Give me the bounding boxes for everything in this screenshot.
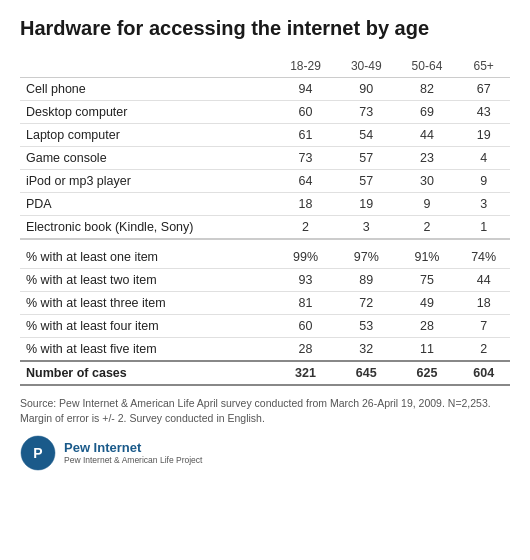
cell-value: 30: [397, 170, 458, 193]
cell-value: 72: [336, 292, 397, 315]
cell-value: 7: [457, 315, 510, 338]
cell-value: 3: [336, 216, 397, 240]
col-header-3049: 30-49: [336, 55, 397, 78]
row-label: Laptop computer: [20, 124, 275, 147]
col-header-label: [20, 55, 275, 78]
source-text: Source: Pew Internet & American Life Apr…: [20, 396, 510, 425]
table-row: Electronic book (Kindle, Sony)2321: [20, 216, 510, 240]
cell-value: 43: [457, 101, 510, 124]
cell-value: 2: [275, 216, 336, 240]
pew-logo-icon: P: [20, 435, 56, 471]
row-label: Game console: [20, 147, 275, 170]
cell-value: 89: [336, 269, 397, 292]
cell-value: 9: [457, 170, 510, 193]
table-row: Game console7357234: [20, 147, 510, 170]
row-label: iPod or mp3 player: [20, 170, 275, 193]
cell-value: 90: [336, 78, 397, 101]
table-row: PDA181993: [20, 193, 510, 216]
cell-value: 49: [397, 292, 458, 315]
row-label: % with at least one item: [20, 239, 275, 269]
cell-value: 61: [275, 124, 336, 147]
cell-value: 604: [457, 361, 510, 385]
cell-value: 53: [336, 315, 397, 338]
row-label: PDA: [20, 193, 275, 216]
table-row: % with at least five item2832112: [20, 338, 510, 362]
cell-value: 60: [275, 101, 336, 124]
cell-value: 1: [457, 216, 510, 240]
cell-value: 75: [397, 269, 458, 292]
cell-value: 9: [397, 193, 458, 216]
cell-value: 2: [397, 216, 458, 240]
col-header-65plus: 65+: [457, 55, 510, 78]
cell-value: 23: [397, 147, 458, 170]
data-table: 18-29 30-49 50-64 65+ Cell phone94908267…: [20, 55, 510, 386]
cell-value: 74%: [457, 239, 510, 269]
table-row: % with at least one item99%97%91%74%: [20, 239, 510, 269]
cell-value: 4: [457, 147, 510, 170]
row-label: % with at least four item: [20, 315, 275, 338]
table-row: Laptop computer61544419: [20, 124, 510, 147]
table-row: iPod or mp3 player6457309: [20, 170, 510, 193]
table-row: Cell phone94908267: [20, 78, 510, 101]
cell-value: 73: [336, 101, 397, 124]
table-row: Desktop computer60736943: [20, 101, 510, 124]
cell-value: 28: [397, 315, 458, 338]
cell-value: 81: [275, 292, 336, 315]
table-row: % with at least four item6053287: [20, 315, 510, 338]
row-label: % with at least five item: [20, 338, 275, 362]
logo-text: Pew Internet Pew Internet & American Lif…: [64, 440, 202, 466]
cell-value: 60: [275, 315, 336, 338]
cell-value: 625: [397, 361, 458, 385]
cell-value: 73: [275, 147, 336, 170]
col-header-5064: 50-64: [397, 55, 458, 78]
cell-value: 57: [336, 170, 397, 193]
cell-value: 2: [457, 338, 510, 362]
cell-value: 11: [397, 338, 458, 362]
row-label: Electronic book (Kindle, Sony): [20, 216, 275, 240]
svg-text:P: P: [33, 445, 42, 461]
table-row: % with at least two item93897544: [20, 269, 510, 292]
logo-sub: Pew Internet & American Life Project: [64, 455, 202, 466]
table-row: % with at least three item81724918: [20, 292, 510, 315]
cell-value: 44: [397, 124, 458, 147]
cell-value: 18: [457, 292, 510, 315]
row-label: Desktop computer: [20, 101, 275, 124]
cell-value: 94: [275, 78, 336, 101]
cell-value: 44: [457, 269, 510, 292]
col-header-1829: 18-29: [275, 55, 336, 78]
row-label: % with at least three item: [20, 292, 275, 315]
cell-value: 32: [336, 338, 397, 362]
cell-value: 54: [336, 124, 397, 147]
row-label: % with at least two item: [20, 269, 275, 292]
cell-value: 64: [275, 170, 336, 193]
cell-value: 3: [457, 193, 510, 216]
cell-value: 19: [336, 193, 397, 216]
cell-value: 321: [275, 361, 336, 385]
cell-value: 67: [457, 78, 510, 101]
footer-logo: P Pew Internet Pew Internet & American L…: [20, 435, 510, 471]
cell-value: 57: [336, 147, 397, 170]
cell-value: 97%: [336, 239, 397, 269]
cell-value: 645: [336, 361, 397, 385]
cell-value: 82: [397, 78, 458, 101]
cell-value: 93: [275, 269, 336, 292]
cell-value: 91%: [397, 239, 458, 269]
cell-value: 28: [275, 338, 336, 362]
cell-value: 18: [275, 193, 336, 216]
page-title: Hardware for accessing the internet by a…: [20, 16, 510, 41]
row-label: Cell phone: [20, 78, 275, 101]
cell-value: 69: [397, 101, 458, 124]
row-label: Number of cases: [20, 361, 275, 385]
logo-main: Pew Internet: [64, 440, 202, 455]
table-row: Number of cases321645625604: [20, 361, 510, 385]
cell-value: 19: [457, 124, 510, 147]
cell-value: 99%: [275, 239, 336, 269]
